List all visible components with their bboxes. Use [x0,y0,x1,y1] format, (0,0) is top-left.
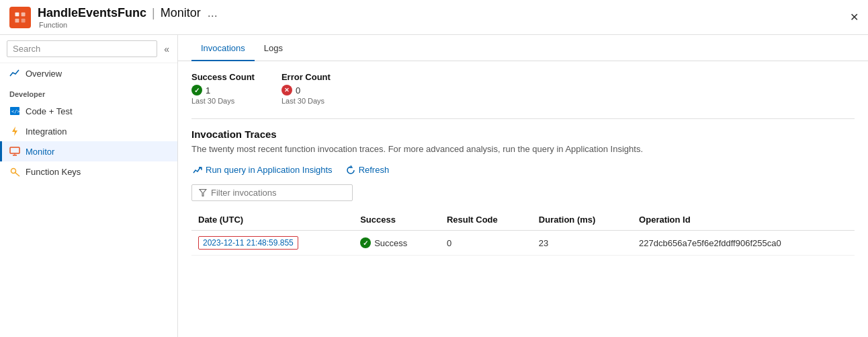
invocations-table-container: Date (UTC) Success Result Code Duration … [191,209,855,256]
search-input[interactable] [7,40,157,57]
svg-marker-12 [200,189,206,196]
code-icon: </> [9,106,20,116]
sidebar-item-code-test[interactable]: </> Code + Test [0,101,177,121]
sidebar-item-overview[interactable]: Overview [0,63,177,83]
stat-success-count: Success Count 1 Last 30 Days [191,72,255,105]
invocation-traces-description: The twenty most recent function invocati… [191,144,855,154]
svg-rect-0 [15,12,19,16]
date-link[interactable]: 2023-12-11 21:48:59.855 [198,236,298,250]
sidebar-item-integration[interactable]: Integration [0,121,177,141]
filter-invocations-container [191,184,353,201]
svg-rect-9 [15,153,15,155]
tab-logs[interactable]: Logs [255,35,292,61]
more-options-button[interactable]: ... [208,6,218,20]
col-date: Date (UTC) [191,209,353,231]
tab-invocations[interactable]: Invocations [191,35,255,61]
col-duration: Duration (ms) [532,209,632,231]
function-icon [13,11,27,24]
sidebar-item-label-overview: Overview [26,69,62,79]
error-count-label: Error Count [281,72,331,82]
filter-invocations-input[interactable] [211,188,345,198]
app-icon [9,7,31,28]
chart-icon [193,165,202,175]
sidebar-item-monitor[interactable]: Monitor [0,141,177,161]
error-count-subtext: Last 30 Days [281,97,331,105]
svg-rect-7 [10,147,19,153]
col-result-code: Result Code [440,209,532,231]
refresh-icon [346,165,355,175]
cell-result-code: 0 [440,231,532,256]
divider [191,118,855,119]
cell-operation-id: 227dcb656a7e5f6e2fddff906f255ca0 [632,231,855,256]
cell-duration: 23 [532,231,632,256]
row-success-icon [360,237,371,248]
run-query-label: Run query in Application Insights [206,165,333,175]
svg-rect-3 [21,18,26,22]
run-query-button[interactable]: Run query in Application Insights [191,162,334,178]
sidebar-item-label-monitor: Monitor [26,147,54,157]
refresh-label: Refresh [359,165,390,175]
overview-icon [9,68,20,79]
key-icon [9,166,20,177]
svg-text:</>: </> [11,109,20,114]
col-operation-id: Operation Id [632,209,855,231]
svg-point-10 [11,169,16,174]
table-row: 2023-12-11 21:48:59.855 Success 0 23 [191,231,855,256]
svg-rect-8 [13,155,17,156]
lightning-icon [9,126,20,137]
filter-icon [199,188,207,197]
sidebar: « Overview Developer </> Code + Test Int… [0,35,178,337]
cell-success: Success [353,231,440,256]
content-area: Success Count 1 Last 30 Days Error Count… [178,72,868,256]
sidebar-item-function-keys[interactable]: Function Keys [0,161,177,182]
tab-bar: Invocations Logs [178,35,868,61]
sidebar-item-label-function-keys: Function Keys [26,167,81,177]
invocation-traces-title: Invocation Traces [191,128,855,140]
header-title-group: HandleEventsFunc | Monitor ... Function [38,6,218,29]
header-separator: | [152,6,155,20]
stat-error-count: Error Count 0 Last 30 Days [281,72,331,105]
invocations-table: Date (UTC) Success Result Code Duration … [191,209,855,256]
sidebar-search-container: « [0,35,177,63]
app-header: HandleEventsFunc | Monitor ... Function … [0,0,868,35]
svg-rect-2 [15,18,19,22]
success-check-icon [191,85,202,96]
toolbar-row: Run query in Application Insights Refres… [191,162,855,178]
cell-date[interactable]: 2023-12-11 21:48:59.855 [191,231,353,256]
sidebar-item-label-integration: Integration [26,126,67,137]
col-success: Success [353,209,440,231]
error-x-icon [281,85,292,96]
success-count-label: Success Count [191,72,255,82]
stats-row: Success Count 1 Last 30 Days Error Count… [191,72,855,105]
resource-type-label: Function [39,21,218,29]
page-name: Monitor [161,6,201,20]
refresh-button[interactable]: Refresh [345,162,391,178]
success-count-value: 1 [206,85,210,96]
invocation-traces-section: Invocation Traces The twenty most recent… [191,128,855,256]
resource-name: HandleEventsFunc [38,6,146,20]
sidebar-section-developer: Developer [0,83,177,101]
error-count-value: 0 [296,85,300,96]
monitor-icon [9,146,20,157]
row-success-value: Success [374,238,407,248]
sidebar-collapse-button[interactable]: « [163,42,171,56]
sidebar-item-label-code-test: Code + Test [26,106,73,116]
svg-marker-6 [12,126,17,136]
svg-line-11 [15,173,20,177]
close-button[interactable]: ✕ [850,11,859,24]
success-count-subtext: Last 30 Days [191,97,255,105]
main-layout: « Overview Developer </> Code + Test Int… [0,35,868,337]
main-content: Invocations Logs Success Count 1 Last 30… [178,35,868,337]
svg-rect-1 [21,12,26,16]
table-header-row: Date (UTC) Success Result Code Duration … [191,209,855,231]
